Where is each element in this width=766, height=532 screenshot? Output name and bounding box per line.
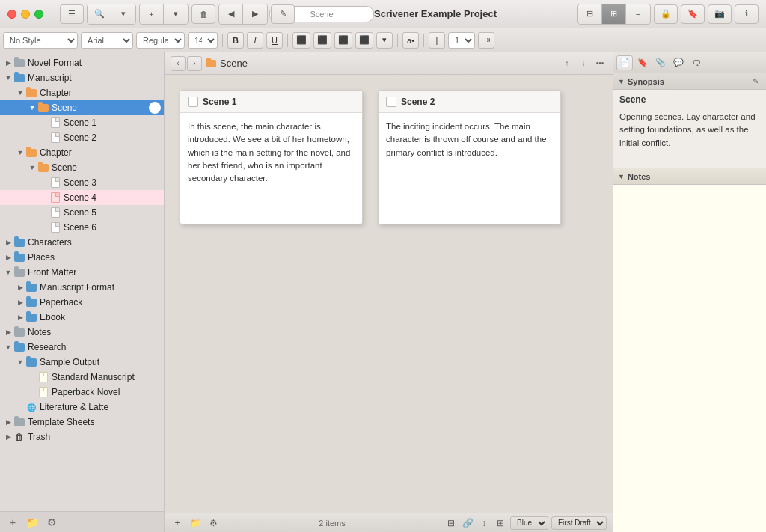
inspector-tab-revisions[interactable]: 🗨 (688, 55, 705, 70)
index-card-scene-2[interactable]: Scene 2 The inciting incident occurs. Th… (378, 90, 561, 224)
add-button[interactable]: + (140, 4, 164, 24)
sample-output-label: Sample Output (40, 357, 161, 367)
scene6-label: Scene 6 (64, 222, 161, 233)
footer-view-links-button[interactable]: 🔗 (461, 516, 474, 530)
footer-add-button[interactable]: + (171, 516, 184, 530)
sidebar-item-literature-latte[interactable]: 🌐 Literature & Latte (0, 400, 164, 415)
outline-view-button[interactable]: ≡ (626, 4, 650, 24)
footer-view-grid-button[interactable]: ⊞ (494, 516, 507, 530)
index-card-scene-1[interactable]: Scene 1 In this scene, the main characte… (180, 90, 363, 224)
minimize-button[interactable] (21, 10, 30, 19)
label-select[interactable]: Blue (510, 516, 548, 530)
sidebar-settings-button[interactable]: ⚙ (45, 516, 58, 529)
sidebar-item-characters[interactable]: ▶ Characters (0, 235, 164, 250)
sidebar-item-research[interactable]: ▼ Research (0, 340, 164, 355)
footer-view-sort-button[interactable]: ↕ (477, 516, 491, 530)
sidebar-item-scene-2[interactable]: Scene 2 (0, 130, 164, 145)
close-button[interactable] (7, 10, 16, 19)
sidebar-item-ebook[interactable]: ▶ Ebook (0, 310, 164, 325)
sidebar-item-scene-5[interactable]: Scene 5 (0, 205, 164, 220)
sidebar-add-button[interactable]: + (6, 516, 19, 529)
back-button[interactable]: ◀ (219, 4, 243, 24)
align-more-button[interactable]: ▾ (376, 32, 393, 49)
bold-button[interactable]: B (227, 32, 244, 49)
draft-select[interactable]: First Draft (551, 516, 607, 530)
sidebar-item-notes[interactable]: ▶ Notes (0, 325, 164, 340)
footer-view-card-button[interactable]: ⊟ (444, 516, 458, 530)
sidebar-item-novel-format[interactable]: ▶ Novel Format (0, 55, 164, 70)
fullscreen-button[interactable] (34, 10, 43, 19)
inspector-tab-document[interactable]: 📄 (616, 55, 633, 70)
inspector-tab-attach[interactable]: 📎 (652, 55, 669, 70)
lock-button[interactable]: 🔒 (654, 4, 678, 24)
grid-view-button[interactable]: ⊞ (602, 4, 626, 24)
weight-select[interactable]: Regular (136, 32, 185, 49)
sidebar-item-scene-4[interactable]: Scene 4 (0, 190, 164, 205)
scene4-label: Scene 4 (64, 192, 161, 203)
style-select[interactable]: No Style (3, 32, 78, 49)
line-height-button[interactable]: | (429, 32, 445, 49)
sidebar-item-scene-c2[interactable]: ▼ Scene (0, 160, 164, 175)
sidebar-item-scene-1[interactable]: Scene 1 (0, 115, 164, 130)
window-title: Scrivener Example Project (374, 8, 497, 19)
sort-desc-button[interactable]: ↓ (577, 57, 590, 70)
trash-button[interactable]: 🗑 (192, 4, 215, 24)
sidebar-item-scene-6[interactable]: Scene 6 (0, 220, 164, 235)
sidebar-item-template-sheets[interactable]: ▶ Template Sheets (0, 415, 164, 429)
info-button[interactable]: ℹ (735, 4, 759, 24)
sidebar-item-chapter-2[interactable]: ▼ Chapter (0, 145, 164, 160)
pb-novel-label: Paperback Novel (52, 387, 161, 397)
sidebar-item-scene-current[interactable]: ▼ Scene (0, 100, 164, 115)
scene4-icon (49, 192, 61, 204)
bookmark-button[interactable]: 🔖 (681, 4, 705, 24)
more-options-button[interactable]: ••• (593, 57, 607, 70)
breadcrumb-forward-button[interactable]: › (187, 56, 202, 71)
synopsis-edit-button[interactable]: ✎ (750, 76, 762, 88)
sidebar-folder-button[interactable]: 📁 (25, 516, 39, 529)
sidebar-item-chapter-1[interactable]: ▼ Chapter (0, 85, 164, 100)
research-icon (13, 341, 25, 353)
snapshot-button[interactable]: 📷 (708, 4, 732, 24)
notes-header[interactable]: ▼ Notes (613, 168, 766, 185)
search-arrow[interactable]: ▾ (111, 4, 135, 24)
align-right-button[interactable]: ⬛ (334, 32, 352, 49)
footer-folder-button[interactable]: 📁 (189, 516, 202, 530)
card-icon-scene-2 (386, 97, 396, 107)
inspector-tab-bookmark[interactable]: 🔖 (634, 55, 651, 70)
sidebar-item-scene-3[interactable]: Scene 3 (0, 175, 164, 190)
font-select[interactable]: Arial (81, 32, 133, 49)
sidebar-item-front-matter[interactable]: ▼ Front Matter (0, 265, 164, 280)
synopsis-header[interactable]: ▼ Synopsis ✎ (613, 73, 766, 90)
sidebar-item-sample-output[interactable]: ▼ Sample Output (0, 355, 164, 370)
sidebar-toggle-button[interactable]: ☰ (60, 4, 84, 24)
underline-button[interactable]: U (266, 32, 283, 49)
text-color-button[interactable]: a• (402, 32, 419, 49)
edit-button[interactable]: ✎ (271, 4, 295, 24)
notes-body[interactable] (613, 185, 766, 260)
align-left-button[interactable]: ⬛ (292, 32, 310, 49)
sort-asc-button[interactable]: ↑ (560, 57, 574, 70)
align-justify-button[interactable]: ⬛ (355, 32, 373, 49)
sidebar-item-manuscript[interactable]: ▼ Manuscript (0, 70, 164, 85)
align-center-button[interactable]: ⬛ (313, 32, 331, 49)
add-arrow-button[interactable]: ▾ (164, 4, 188, 24)
sidebar-item-standard-manuscript[interactable]: Standard Manuscript (0, 370, 164, 385)
line-height-select[interactable]: 1.0 (448, 32, 475, 49)
characters-icon (13, 236, 25, 248)
size-select[interactable]: 14 (188, 32, 218, 49)
places-label: Places (28, 252, 161, 263)
sidebar-item-manuscript-format[interactable]: ▶ Manuscript Format (0, 280, 164, 295)
sidebar-item-paperback[interactable]: ▶ Paperback (0, 295, 164, 310)
search-button[interactable]: 🔍 (88, 4, 111, 24)
view-mode-group: ⊟ ⊞ ≡ (577, 4, 651, 25)
breadcrumb-back-button[interactable]: ‹ (171, 56, 186, 71)
forward-button[interactable]: ▶ (243, 4, 267, 24)
inspector-tab-comments[interactable]: 💬 (670, 55, 687, 70)
sidebar-item-paperback-novel[interactable]: Paperback Novel (0, 385, 164, 400)
footer-settings-button[interactable]: ⚙ (206, 516, 220, 530)
indent-button[interactable]: ⇥ (478, 32, 494, 49)
sidebar-item-places[interactable]: ▶ Places (0, 250, 164, 265)
sidebar-item-trash[interactable]: ▶ 🗑 Trash (0, 429, 164, 444)
italic-button[interactable]: I (247, 32, 263, 49)
corkboard-view-button[interactable]: ⊟ (578, 4, 602, 24)
